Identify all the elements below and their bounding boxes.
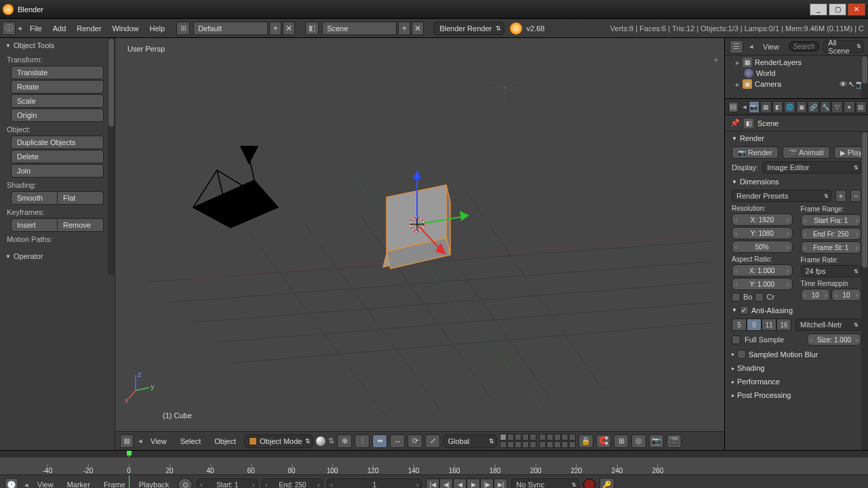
- menu-render[interactable]: Render: [71, 24, 106, 33]
- scene-add-button[interactable]: +: [398, 22, 410, 35]
- animation-button[interactable]: 🎬Animati: [783, 146, 830, 159]
- frame-step-field[interactable]: Frame St: 1: [801, 241, 862, 253]
- props-editor-icon[interactable]: ▤: [728, 102, 738, 113]
- border-checkbox[interactable]: [732, 293, 741, 302]
- aspect-x-field[interactable]: X: 1.000: [732, 264, 793, 277]
- timeline-ruler[interactable]: -40-200204060801001201401601802002202402…: [0, 458, 868, 475]
- editor-type-icon[interactable]: ⓘ: [2, 22, 16, 35]
- res-x-field[interactable]: X: 1920: [732, 214, 793, 226]
- restrict-view-icon[interactable]: 👁: [840, 80, 847, 89]
- screen-layout-field[interactable]: Default: [193, 22, 268, 35]
- aspect-y-field[interactable]: Y: 1.000: [732, 278, 793, 290]
- lock-camera-icon[interactable]: 🔒: [578, 434, 593, 448]
- motion-checkbox[interactable]: [737, 350, 746, 359]
- close-button[interactable]: ✕: [848, 3, 865, 16]
- next-keyframe-button[interactable]: |▶: [480, 479, 494, 488]
- collapse-icon[interactable]: ◂: [743, 102, 747, 111]
- scale-button[interactable]: Scale: [11, 94, 104, 108]
- panel-post-head[interactable]: ▸Post Processing: [728, 388, 865, 402]
- orientation-select[interactable]: Global: [443, 434, 497, 448]
- tab-scene[interactable]: ◧: [772, 101, 784, 113]
- render-anim-icon[interactable]: 🎬: [667, 434, 682, 448]
- remove-keyframe-button[interactable]: Remove: [58, 218, 104, 232]
- outliner-scrollbar[interactable]: [861, 56, 868, 98]
- scene-browse-icon[interactable]: ◧: [305, 22, 319, 35]
- full-sample-checkbox[interactable]: [732, 336, 741, 344]
- tab-constraints[interactable]: 🔗: [808, 101, 819, 113]
- remap-new-field[interactable]: 10: [831, 289, 861, 301]
- collapse-icon[interactable]: ◂: [749, 42, 753, 51]
- outliner-filter[interactable]: All Scene: [823, 41, 864, 53]
- crop-checkbox[interactable]: [755, 293, 764, 302]
- display-select[interactable]: Image Editor: [762, 161, 861, 174]
- insert-keyframe-button[interactable]: Insert: [11, 218, 58, 232]
- tl-range-icon[interactable]: ⊙: [178, 478, 193, 488]
- pivot-align-icon[interactable]: ⋮: [355, 434, 370, 448]
- manip-scale-icon[interactable]: ⤢: [425, 434, 440, 448]
- render-engine-select[interactable]: Blender Render: [433, 22, 505, 35]
- outliner-search[interactable]: Search: [789, 41, 820, 52]
- prev-keyframe-button[interactable]: ◀|: [439, 479, 453, 488]
- tl-frame-menu[interactable]: Frame: [99, 481, 130, 488]
- sync-mode-select[interactable]: No Sync: [511, 479, 579, 488]
- panel-operator[interactable]: ▼Operator: [0, 249, 115, 264]
- outliner-item-world[interactable]: World: [728, 68, 865, 79]
- tab-texture[interactable]: ▨: [856, 101, 867, 113]
- frame-rate-select[interactable]: 24 fps: [801, 265, 862, 277]
- tab-render[interactable]: 📷: [749, 101, 760, 113]
- end-frame-field[interactable]: End Fr: 250: [801, 228, 862, 240]
- properties-scrollbar[interactable]: [861, 131, 868, 450]
- snap-element-icon[interactable]: ⊞: [614, 434, 629, 448]
- pixel-size-field[interactable]: Size: 1.000: [807, 333, 861, 346]
- panel-object-tools[interactable]: ▼Object Tools: [0, 38, 115, 53]
- scene-delete-button[interactable]: ✕: [412, 22, 424, 35]
- tab-material[interactable]: ●: [844, 101, 855, 113]
- auto-keyframe-button[interactable]: [583, 479, 595, 488]
- tab-modifiers[interactable]: 🔧: [820, 101, 831, 113]
- tl-marker-menu[interactable]: Marker: [62, 481, 95, 488]
- shading-expand-icon[interactable]: ⇅: [328, 436, 334, 445]
- tl-playback-menu[interactable]: Playback: [134, 481, 174, 488]
- menu-object[interactable]: Object: [209, 437, 241, 445]
- manip-translate-icon[interactable]: ↔: [390, 434, 405, 448]
- rotate-button[interactable]: Rotate: [11, 80, 104, 94]
- toolshelf-scrollbar[interactable]: [108, 38, 115, 275]
- outliner-item-renderlayers[interactable]: ▸ ▦ RenderLayers: [728, 57, 865, 68]
- aa-filter-select[interactable]: Mitchell-Netr: [795, 319, 861, 331]
- tab-world[interactable]: 🌐: [784, 101, 795, 113]
- snap-target-icon[interactable]: ◎: [631, 434, 646, 448]
- menu-select[interactable]: Select: [175, 437, 207, 445]
- menu-window[interactable]: Window: [106, 24, 144, 33]
- menu-expand-icon[interactable]: ◂: [18, 24, 22, 33]
- manip-rotate-icon[interactable]: ⟳: [408, 434, 422, 448]
- collapse-icon[interactable]: ◂: [24, 481, 28, 489]
- panel-dimensions-head[interactable]: ▼Dimensions: [728, 175, 865, 188]
- menu-help[interactable]: Help: [144, 24, 171, 33]
- res-pct-field[interactable]: 50%: [732, 241, 793, 253]
- translate-button[interactable]: Translate: [11, 66, 104, 79]
- outliner-editor-icon[interactable]: ☰: [730, 40, 743, 54]
- origin-button[interactable]: Origin: [11, 108, 104, 122]
- timeline-editor-icon[interactable]: 🕐: [5, 478, 18, 488]
- pivot-icon[interactable]: ⊕: [337, 434, 352, 448]
- delete-button[interactable]: Delete: [11, 150, 104, 163]
- collapse-icon[interactable]: ◂: [138, 436, 142, 445]
- render-button[interactable]: 📷Render: [732, 146, 778, 159]
- tl-view-menu[interactable]: View: [33, 481, 58, 488]
- jump-start-button[interactable]: |◀: [426, 479, 439, 488]
- current-frame-input[interactable]: 1: [327, 479, 422, 488]
- panel-render-head[interactable]: ▼Render: [728, 131, 865, 145]
- panel-shading-head[interactable]: ▸Shading: [728, 361, 865, 375]
- screen-browse-icon[interactable]: ⊞: [176, 22, 190, 35]
- outliner-item-camera[interactable]: ▸ ▣ Camera 👁 ↖ 📷: [728, 79, 865, 89]
- remap-old-field[interactable]: 10: [801, 289, 831, 301]
- minimize-button[interactable]: _: [810, 3, 827, 16]
- pin-icon[interactable]: 📌: [730, 119, 740, 127]
- panel-aa-head[interactable]: ▼✓Anti-Aliasing: [728, 303, 865, 317]
- menu-view[interactable]: View: [145, 437, 172, 445]
- preset-add-button[interactable]: +: [835, 190, 846, 202]
- aa-8-button[interactable]: 8: [747, 319, 762, 331]
- viewport-shading-icon[interactable]: [316, 436, 326, 446]
- render-presets-select[interactable]: Render Presets: [732, 190, 831, 202]
- duplicate-button[interactable]: Duplicate Objects: [11, 136, 104, 149]
